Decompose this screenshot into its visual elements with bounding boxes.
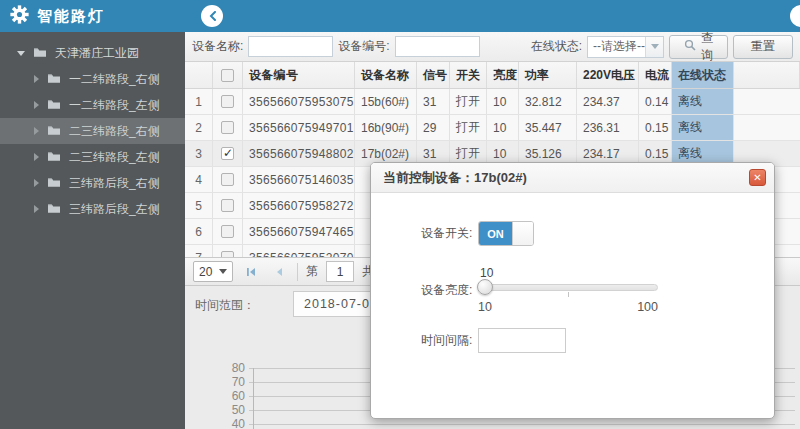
- tree-node-label: 三纬路后段_左侧: [69, 201, 160, 218]
- row-checkbox[interactable]: [221, 121, 234, 134]
- caret-right-icon[interactable]: [34, 101, 39, 109]
- interval-row: 时间间隔:: [421, 328, 774, 353]
- search-toolbar: 设备名称: 设备编号: 在线状态: --请选择-- 查询 重置: [185, 32, 800, 62]
- gridline: [249, 424, 795, 425]
- prev-page-button[interactable]: [269, 262, 289, 282]
- device-no-input[interactable]: [395, 36, 480, 57]
- tree-root-label: 天津潘庄工业园: [55, 45, 139, 62]
- query-label: 查询: [701, 30, 713, 64]
- first-page-button[interactable]: [241, 262, 261, 282]
- toggle-handle[interactable]: [512, 222, 533, 245]
- gear-icon: [10, 5, 29, 27]
- time-range-label: 时间范围：: [195, 297, 255, 314]
- device-tree: 天津潘庄工业园 一二纬路段_右侧 一二纬路段_左侧 二三纬路段_右侧 二三纬路段: [0, 32, 185, 222]
- interval-label: 时间间隔:: [421, 332, 478, 349]
- online-status-select[interactable]: --请选择--: [587, 36, 664, 58]
- page-prefix-label: 第: [306, 263, 318, 280]
- device-name-input[interactable]: [248, 36, 333, 57]
- folder-icon: [47, 124, 61, 139]
- chevron-down-icon[interactable]: [645, 37, 663, 57]
- dialog-title: 当前控制设备：17b(02#): [383, 169, 749, 187]
- row-checkbox[interactable]: [221, 173, 234, 186]
- y-axis-tick: 70: [185, 375, 249, 389]
- tree-node-label: 二三纬路段_左侧: [69, 149, 160, 166]
- brightness-slider-wrap: 10 10 100: [478, 266, 658, 314]
- reset-label: 重置: [751, 38, 775, 55]
- caret-right-icon[interactable]: [34, 205, 39, 213]
- screen: 智能路灯 天津潘庄工业园 一二纬路段_右侧 一二纬路段_左侧 二三纬路段_: [0, 0, 800, 429]
- chevron-down-icon: [219, 269, 227, 274]
- header-signal: 信号: [417, 62, 450, 88]
- y-axis-tick: 80: [185, 361, 249, 375]
- reset-button[interactable]: 重置: [733, 35, 793, 59]
- table-row[interactable]: 1 35656607595307515b(60#)31打开1032.812234…: [185, 89, 800, 115]
- slider-thumb[interactable]: [477, 279, 493, 295]
- device-brightness-row: 设备亮度: 10 10 100: [421, 266, 774, 314]
- interval-input[interactable]: [478, 328, 566, 353]
- folder-icon: [47, 150, 61, 165]
- y-axis-tick: 60: [185, 389, 249, 403]
- app-logo: 智能路灯: [0, 0, 185, 32]
- tree-node-segment-4[interactable]: 二三纬路段_左侧: [0, 144, 185, 170]
- pager-separator: [297, 263, 298, 281]
- table-row[interactable]: 2 35656607594970116b(90#)29打开1035.447236…: [185, 115, 800, 141]
- sidebar: 智能路灯 天津潘庄工业园 一二纬路段_右侧 一二纬路段_左侧 二三纬路段_: [0, 0, 185, 429]
- caret-right-icon[interactable]: [34, 179, 39, 187]
- slider-midtick: [568, 292, 569, 297]
- control-dialog: 当前控制设备：17b(02#) ✕ 设备开关: ON 设备亮度: 10: [370, 162, 775, 419]
- brightness-slider[interactable]: [478, 284, 658, 291]
- device-name-label: 设备名称:: [192, 38, 243, 55]
- dialog-header: 当前控制设备：17b(02#) ✕: [371, 163, 774, 193]
- device-no-label: 设备编号:: [338, 38, 389, 55]
- tree-node-segment-3[interactable]: 二三纬路段_右侧: [0, 118, 185, 144]
- close-icon[interactable]: ✕: [749, 169, 766, 186]
- folder-icon: [47, 202, 61, 217]
- header-power: 功率: [519, 62, 577, 88]
- status-badge: 离线: [672, 89, 734, 114]
- y-axis-tick: 50: [185, 403, 249, 417]
- caret-right-icon[interactable]: [34, 75, 39, 83]
- header-device-no: 设备编号: [243, 62, 355, 88]
- caret-right-icon[interactable]: [34, 127, 39, 135]
- row-checkbox[interactable]: [221, 95, 234, 108]
- query-button[interactable]: 查询: [669, 35, 728, 59]
- online-status-label: 在线状态:: [531, 38, 582, 55]
- search-icon: [684, 39, 696, 54]
- tree-node-label: 三纬路后段_右侧: [69, 175, 160, 192]
- tree-node-label: 一二纬路段_左侧: [69, 97, 160, 114]
- tree-node-segment-6[interactable]: 三纬路后段_左侧: [0, 196, 185, 222]
- header-voltage: 220V电压: [577, 62, 639, 88]
- select-all-checkbox[interactable]: [221, 69, 234, 82]
- caret-right-icon[interactable]: [34, 153, 39, 161]
- row-checkbox[interactable]: [221, 199, 234, 212]
- back-button[interactable]: [201, 5, 223, 27]
- tree-node-segment-1[interactable]: 一二纬路段_右侧: [0, 66, 185, 92]
- tree-node-segment-5[interactable]: 三纬路后段_右侧: [0, 170, 185, 196]
- header-switch: 开关: [450, 62, 487, 88]
- tree-node-segment-2[interactable]: 一二纬路段_左侧: [0, 92, 185, 118]
- dialog-body: 设备开关: ON 设备亮度: 10 10 100: [371, 193, 774, 353]
- collapse-button[interactable]: [790, 5, 800, 27]
- topbar: [185, 0, 800, 32]
- tree-node-root[interactable]: 天津潘庄工业园: [0, 40, 185, 66]
- slider-min-label: 10: [478, 300, 492, 314]
- status-badge: 离线: [672, 115, 734, 140]
- row-checkbox-checked[interactable]: [221, 147, 234, 160]
- tree-node-label: 二三纬路段_右侧: [69, 123, 160, 140]
- header-brightness: 亮度: [487, 62, 519, 88]
- slider-max-label: 100: [637, 300, 658, 314]
- tree-node-label: 一二纬路段_右侧: [69, 71, 160, 88]
- folder-icon: [47, 176, 61, 191]
- page-number-input[interactable]: [326, 261, 354, 282]
- device-switch-toggle[interactable]: ON: [478, 221, 534, 246]
- header-status: 在线状态: [672, 62, 734, 88]
- folder-icon: [33, 46, 47, 61]
- online-status-value: --请选择--: [588, 38, 645, 55]
- y-axis-line: [253, 368, 254, 429]
- table-header-row: 设备编号 设备名称 信号 开关 亮度 功率 220V电压 电流 在线状态: [185, 62, 800, 89]
- row-checkbox[interactable]: [221, 225, 234, 238]
- app-title: 智能路灯: [37, 7, 105, 26]
- device-switch-row: 设备开关: ON: [421, 221, 774, 246]
- caret-down-icon[interactable]: [17, 51, 25, 56]
- page-size-select[interactable]: 20: [193, 261, 233, 282]
